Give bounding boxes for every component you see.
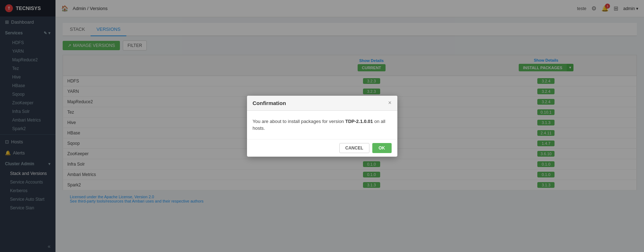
- modal-body: You are about to install packages for ve…: [247, 111, 397, 139]
- confirmation-modal: Confirmation × You are about to install …: [247, 96, 397, 157]
- ok-button[interactable]: OK: [372, 143, 392, 153]
- modal-close-button[interactable]: ×: [388, 100, 391, 106]
- cancel-button[interactable]: CANCEL: [339, 143, 369, 153]
- modal-version: TDP-2.1.0.01: [345, 119, 373, 124]
- modal-header: Confirmation ×: [247, 96, 397, 111]
- modal-footer: CANCEL OK: [247, 139, 397, 157]
- modal-title: Confirmation: [253, 100, 286, 106]
- modal-overlay[interactable]: Confirmation × You are about to install …: [0, 0, 644, 252]
- modal-message-prefix: You are about to install packages for ve…: [253, 119, 345, 124]
